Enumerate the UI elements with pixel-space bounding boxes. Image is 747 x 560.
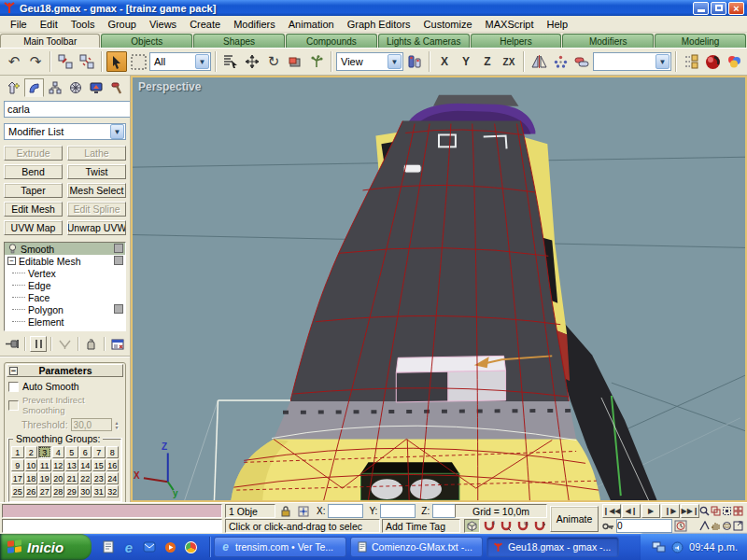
next-frame-icon[interactable]: ❙▶: [661, 504, 680, 518]
parameters-rollout-header[interactable]: − Parameters: [7, 364, 123, 377]
menu-create[interactable]: Create: [183, 17, 227, 32]
pin-stack-icon[interactable]: [4, 336, 21, 352]
select-and-manipulate-icon[interactable]: [306, 51, 327, 72]
unwrap-uvw-button[interactable]: Unwrap UVW: [67, 220, 126, 235]
dropdown-arrow-icon[interactable]: ▼: [195, 54, 209, 69]
bend-button[interactable]: Bend: [4, 164, 63, 179]
array-icon[interactable]: [550, 51, 571, 72]
stack-item-smooth[interactable]: Smooth: [5, 243, 125, 255]
perspective-viewport[interactable]: Perspective Z X y: [131, 76, 747, 502]
named-selection-sets-dropdown[interactable]: ▼: [593, 52, 671, 71]
tab-modeling[interactable]: Modeling: [655, 34, 746, 48]
auto-smooth-checkbox[interactable]: [8, 382, 19, 392]
mirror-icon[interactable]: [529, 51, 549, 72]
stack-subobject-face[interactable]: Face: [5, 291, 125, 303]
task-trensim[interactable]: e trensim.com • Ver Te...: [214, 537, 346, 557]
display-panel-icon[interactable]: [86, 78, 106, 97]
smoothing-group-button[interactable]: 13: [65, 459, 78, 471]
tab-objects[interactable]: Objects: [101, 34, 192, 48]
document-shortcut-icon[interactable]: [101, 539, 116, 554]
absolute-mode-icon[interactable]: [295, 504, 311, 518]
maxscript-mini-listener-pink[interactable]: [2, 504, 222, 518]
play-icon[interactable]: ▶: [641, 504, 660, 518]
start-button[interactable]: Inicio: [0, 534, 92, 560]
smoothing-group-button[interactable]: 10: [25, 459, 38, 471]
title-bar[interactable]: Geu18.gmax - gmax - [trainz game pack] ×: [0, 0, 747, 16]
twist-button[interactable]: Twist: [67, 164, 126, 179]
spinner-snap-icon[interactable]: [531, 519, 547, 533]
threshold-input[interactable]: [71, 418, 112, 431]
configure-modifier-sets-icon[interactable]: [109, 336, 126, 352]
select-object-icon[interactable]: [106, 51, 127, 72]
menu-edit[interactable]: Edit: [34, 17, 64, 32]
select-and-scale-icon[interactable]: [285, 51, 305, 72]
smoothing-group-button[interactable]: 9: [11, 459, 24, 471]
menu-views[interactable]: Views: [143, 17, 183, 32]
smoothing-group-button[interactable]: 24: [106, 472, 120, 484]
smoothing-group-button[interactable]: 14: [79, 459, 92, 471]
y-coordinate-input[interactable]: [380, 504, 416, 518]
smoothing-group-button[interactable]: 8: [106, 446, 120, 458]
collapse-icon[interactable]: −: [7, 257, 16, 265]
menu-animation[interactable]: Animation: [282, 17, 341, 32]
modifier-list-dropdown[interactable]: Modifier List ▼: [4, 123, 126, 140]
taper-button[interactable]: Taper: [4, 183, 63, 198]
mesh-select-button[interactable]: Mesh Select: [67, 183, 126, 198]
stack-subobject-vertex[interactable]: Vertex: [5, 267, 125, 279]
smoothing-group-button[interactable]: 21: [65, 472, 78, 484]
restore-button[interactable]: [711, 2, 726, 15]
unlink-icon[interactable]: [77, 51, 97, 72]
dropdown-arrow-icon[interactable]: ▼: [655, 54, 669, 69]
material-editor-icon[interactable]: [702, 51, 723, 72]
selection-lock-icon[interactable]: [277, 504, 293, 518]
dropdown-arrow-icon[interactable]: ▼: [110, 124, 124, 139]
smoothing-group-button[interactable]: 12: [52, 459, 65, 471]
tab-main-toolbar[interactable]: Main Toolbar: [0, 34, 100, 48]
go-to-start-icon[interactable]: ❙◀◀: [602, 504, 621, 518]
network-tray-icon[interactable]: [652, 541, 666, 553]
tab-lights-cameras[interactable]: Lights & Cameras: [378, 34, 470, 48]
smoothing-group-button[interactable]: 5: [65, 446, 78, 458]
smoothing-group-button[interactable]: 16: [106, 459, 120, 471]
smoothing-group-button[interactable]: 25: [11, 485, 24, 497]
uvw-map-button[interactable]: UVW Map: [4, 220, 63, 235]
stack-subobject-edge[interactable]: Edge: [5, 279, 125, 291]
remove-modifier-icon[interactable]: [83, 336, 100, 352]
modifier-on-off-bulb-icon[interactable]: [8, 244, 17, 254]
smoothing-group-button[interactable]: 23: [92, 472, 106, 484]
smoothing-group-button[interactable]: 11: [38, 459, 51, 471]
previous-frame-icon[interactable]: ◀❙: [622, 504, 641, 518]
outlook-icon[interactable]: [142, 539, 157, 554]
zoom-icon[interactable]: [698, 504, 710, 518]
field-of-view-icon[interactable]: [698, 519, 710, 533]
viewport-canvas[interactable]: [133, 77, 745, 500]
task-geu18-gmax[interactable]: Geu18.gmax - gmax -...: [486, 537, 619, 557]
menu-maxscript[interactable]: MAXScript: [479, 17, 541, 32]
hierarchy-panel-icon[interactable]: [45, 78, 64, 97]
modify-panel-icon[interactable]: [24, 78, 44, 97]
extrude-button[interactable]: Extrude: [4, 146, 63, 161]
menu-modifiers[interactable]: Modifiers: [227, 17, 282, 32]
smoothing-group-button[interactable]: 28: [52, 485, 65, 497]
menu-tools[interactable]: Tools: [64, 17, 102, 32]
stack-subobject-element[interactable]: Element: [5, 315, 125, 328]
smoothing-group-button-active[interactable]: 3: [38, 446, 51, 458]
utilities-panel-icon[interactable]: [106, 78, 126, 97]
key-mode-icon[interactable]: [602, 522, 614, 531]
internet-explorer-icon[interactable]: e: [121, 539, 136, 554]
go-to-end-icon[interactable]: ▶▶❙: [681, 504, 699, 518]
viewport-label[interactable]: Perspective: [138, 80, 201, 93]
smoothing-group-button[interactable]: 2: [25, 446, 38, 458]
smoothing-group-button[interactable]: 1: [11, 446, 24, 458]
select-and-move-icon[interactable]: [242, 51, 262, 72]
smoothing-group-button[interactable]: 20: [52, 472, 65, 484]
stack-subobject-polygon[interactable]: Polygon: [5, 303, 125, 315]
zoom-extents-all-icon[interactable]: [732, 504, 743, 518]
smoothing-group-button[interactable]: 17: [11, 472, 24, 484]
min-max-toggle-icon[interactable]: [732, 519, 743, 533]
lathe-button[interactable]: Lathe: [67, 146, 126, 161]
smoothing-group-button[interactable]: 18: [25, 472, 38, 484]
threshold-spinner[interactable]: ▲▼: [115, 421, 120, 429]
rectangular-selection-region-icon[interactable]: [128, 51, 148, 72]
percent-snap-icon[interactable]: %: [514, 519, 530, 533]
